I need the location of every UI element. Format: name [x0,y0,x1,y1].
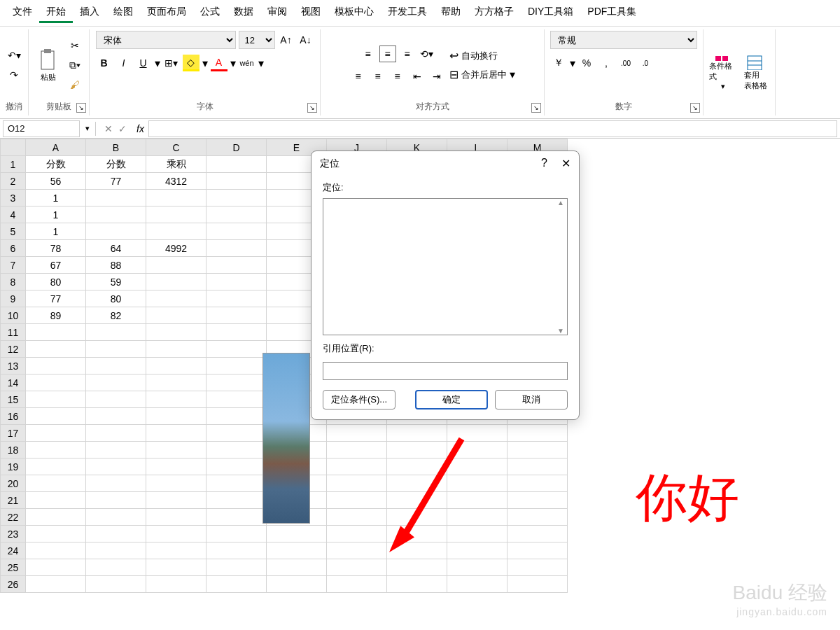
row-header[interactable]: 18 [1,442,26,458]
cell[interactable] [86,408,146,425]
underline-button[interactable]: U [135,55,152,71]
decrease-font-icon[interactable]: A↓ [298,31,314,48]
conditional-format-button[interactable]: 条件格式▾ [709,55,737,91]
cell[interactable] [206,307,267,324]
row-header[interactable]: 17 [1,425,26,442]
row-header[interactable]: 12 [1,341,26,358]
cell[interactable] [26,542,86,559]
cell[interactable] [206,173,267,190]
cell[interactable] [327,475,387,492]
row-header[interactable]: 21 [1,492,26,509]
cell[interactable] [206,425,267,442]
menu-item[interactable]: 方方格子 [468,3,521,23]
menu-item[interactable]: 开始 [39,3,73,23]
cell[interactable] [26,475,86,492]
dialog-launcher-icon[interactable]: ↘ [531,103,541,113]
cell[interactable] [146,290,206,307]
cell[interactable] [146,391,206,408]
cell[interactable] [146,408,206,425]
cell[interactable] [206,223,267,240]
cell[interactable] [387,442,447,458]
cell[interactable] [206,358,267,374]
column-header[interactable]: C [146,139,206,156]
cell[interactable] [327,442,387,458]
row-header[interactable]: 25 [1,559,26,576]
row-header[interactable]: 3 [1,190,26,206]
cell[interactable] [146,324,206,341]
row-header[interactable]: 24 [1,542,26,559]
table-format-button[interactable]: 套用 表格格 [741,55,769,91]
row-header[interactable]: 19 [1,458,26,475]
cell[interactable] [447,576,507,593]
cell[interactable] [206,526,267,542]
column-header[interactable]: B [86,139,146,156]
cell[interactable] [387,492,447,509]
goto-listbox[interactable]: ▲▼ [323,198,568,335]
decrease-decimal-button[interactable]: .0 [637,55,654,71]
help-icon[interactable]: ? [541,157,547,170]
menu-item[interactable]: PDF工具集 [580,3,643,23]
cell[interactable]: 1 [26,223,86,240]
orientation-icon[interactable]: ⟲▾ [419,46,435,62]
cell[interactable] [327,576,387,593]
cell[interactable] [26,425,86,442]
row-header[interactable]: 20 [1,475,26,492]
row-header[interactable]: 6 [1,240,26,257]
align-top-icon[interactable]: ≡ [360,46,377,62]
row-header[interactable]: 26 [1,576,26,593]
cell[interactable] [206,156,267,173]
cell[interactable] [447,542,507,559]
cell[interactable]: 1 [26,206,86,223]
indent-inc-icon[interactable]: ⇥ [428,68,445,85]
cell[interactable] [86,559,146,576]
cell[interactable] [327,559,387,576]
row-header[interactable]: 14 [1,374,26,391]
cell[interactable] [86,324,146,341]
cell[interactable] [206,442,267,458]
font-name-select[interactable]: 宋体 [96,31,236,49]
dialog-launcher-icon[interactable]: ↘ [307,103,317,113]
name-box[interactable] [3,120,80,137]
cell[interactable] [447,492,507,509]
row-header[interactable]: 13 [1,358,26,374]
cell[interactable] [26,358,86,374]
cell[interactable]: 67 [26,257,86,274]
cell[interactable] [26,324,86,341]
cell[interactable] [26,391,86,408]
cell[interactable] [206,190,267,206]
embedded-image[interactable] [262,353,310,524]
row-header[interactable]: 4 [1,206,26,223]
cell[interactable] [86,374,146,391]
cell[interactable]: 80 [86,290,146,307]
menu-item[interactable]: DIY工具箱 [521,3,580,23]
cell[interactable] [507,475,568,492]
row-header[interactable]: 23 [1,526,26,542]
cell[interactable] [146,257,206,274]
cell[interactable] [447,509,507,526]
pinyin-button[interactable]: wén [239,55,255,71]
cell[interactable] [86,442,146,458]
cell[interactable] [387,425,447,442]
menu-item[interactable]: 文件 [6,3,39,23]
cell[interactable] [86,542,146,559]
cell[interactable] [146,358,206,374]
row-header[interactable]: 16 [1,408,26,425]
cell[interactable] [206,391,267,408]
cell[interactable] [86,341,146,358]
cell[interactable]: 分数 [26,156,86,173]
cell[interactable] [146,307,206,324]
cell[interactable] [206,324,267,341]
row-header[interactable]: 2 [1,173,26,190]
cell[interactable] [206,257,267,274]
row-header[interactable]: 7 [1,257,26,274]
percent-button[interactable]: % [578,55,595,71]
cell[interactable] [206,240,267,257]
currency-button[interactable]: ￥ [550,55,567,71]
cell[interactable] [507,509,568,526]
cell[interactable] [26,374,86,391]
cell[interactable] [206,341,267,358]
align-center-icon[interactable]: ≡ [370,68,386,85]
cell[interactable] [146,425,206,442]
cell[interactable] [507,526,568,542]
menu-item[interactable]: 绘图 [106,3,140,23]
